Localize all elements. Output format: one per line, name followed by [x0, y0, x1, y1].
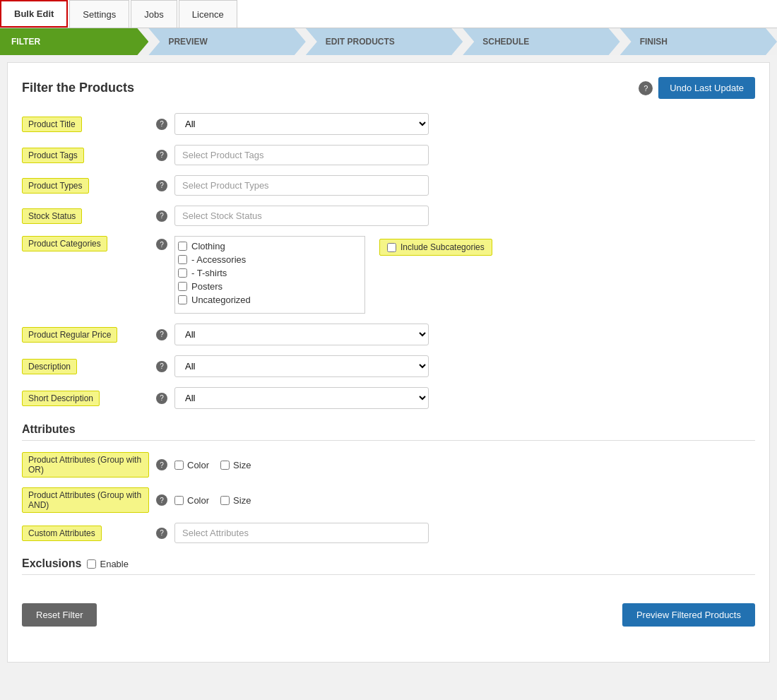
description-control: All Contains Does not contain: [174, 355, 429, 377]
top-tab-bar: Bulk Edit Settings Jobs Licence: [0, 0, 777, 28]
reset-filter-button[interactable]: Reset Filter: [22, 603, 97, 627]
product-attributes-and-control: Color Size: [174, 495, 429, 506]
description-info-icon[interactable]: ?: [156, 361, 167, 372]
product-tags-label: Product Tags: [22, 148, 149, 163]
page-title: Filter the Products: [22, 81, 134, 95]
short-description-info-icon[interactable]: ?: [156, 393, 167, 404]
tab-jobs[interactable]: Jobs: [131, 0, 177, 28]
list-item: Clothing: [178, 239, 362, 253]
exclusions-title: Exclusions: [22, 557, 81, 570]
description-label: Description: [22, 359, 149, 374]
product-tags-input[interactable]: [174, 145, 429, 165]
product-attributes-or-label: Product Attributes (Group with OR): [22, 452, 149, 477]
product-tags-row: Product Tags ?: [22, 145, 755, 165]
product-tags-info-icon[interactable]: ?: [156, 150, 167, 161]
product-types-input[interactable]: [174, 175, 429, 196]
attributes-and-checkbox-group: Color Size: [174, 495, 429, 506]
description-row: Description ? All Contains Does not cont…: [22, 355, 755, 377]
exclusions-row: Exclusions Enable: [22, 557, 755, 570]
product-title-info-icon[interactable]: ?: [156, 119, 167, 130]
custom-attributes-label: Custom Attributes: [22, 526, 149, 541]
custom-attributes-row: Custom Attributes ?: [22, 523, 755, 543]
progress-bar: FILTER PREVIEW EDIT PRODUCTS SCHEDULE FI…: [0, 28, 777, 55]
product-regular-price-info-icon[interactable]: ?: [156, 329, 167, 340]
custom-attributes-input[interactable]: [174, 523, 429, 543]
step-finish: FINISH: [620, 28, 777, 55]
product-regular-price-control: All Greater than Less than Equal to: [174, 324, 429, 345]
attributes-and-size-checkbox[interactable]: [220, 496, 230, 505]
short-description-row: Short Description ? All Contains Does no…: [22, 387, 755, 409]
list-item: Posters: [178, 280, 362, 293]
product-title-control: All Contains Does not contain: [174, 113, 429, 135]
tab-licence[interactable]: Licence: [179, 0, 237, 28]
attributes-or-color-item[interactable]: Color: [174, 460, 209, 470]
attributes-or-color-checkbox[interactable]: [174, 461, 184, 470]
product-types-row: Product Types ?: [22, 175, 755, 196]
product-types-info-icon[interactable]: ?: [156, 180, 167, 191]
attributes-and-color-item[interactable]: Color: [174, 495, 209, 506]
category-checkbox-posters[interactable]: [178, 282, 187, 291]
product-attributes-or-info-icon[interactable]: ?: [156, 459, 167, 470]
attributes-or-checkbox-group: Color Size: [174, 460, 429, 470]
step-filter: FILTER: [0, 28, 148, 55]
category-checkbox-tshirts[interactable]: [178, 268, 187, 278]
product-attributes-or-control: Color Size: [174, 460, 429, 470]
attributes-or-size-checkbox[interactable]: [220, 461, 230, 470]
product-regular-price-row: Product Regular Price ? All Greater than…: [22, 324, 755, 345]
category-checkbox-accessories[interactable]: [178, 255, 187, 264]
attributes-section-title: Attributes: [22, 423, 755, 436]
product-categories-info-icon[interactable]: ?: [156, 239, 167, 250]
category-checkbox-clothing[interactable]: [178, 242, 187, 251]
custom-attributes-info-icon[interactable]: ?: [156, 528, 167, 539]
list-item: - T-shirts: [178, 266, 362, 280]
product-title-label: Product Title: [22, 117, 149, 132]
attributes-divider: [22, 440, 755, 441]
main-content: Filter the Products ? Undo Last Update P…: [7, 62, 770, 663]
product-attributes-and-row: Product Attributes (Group with AND) ? Co…: [22, 487, 755, 513]
header-right: ? Undo Last Update: [639, 77, 755, 99]
exclusions-divider: [22, 574, 755, 575]
attributes-and-color-checkbox[interactable]: [174, 496, 184, 505]
exclusions-enable-checkbox[interactable]: [87, 559, 96, 569]
product-attributes-and-label: Product Attributes (Group with AND): [22, 487, 149, 513]
category-listbox[interactable]: Clothing - Accessories - T-shirts Poster…: [174, 236, 365, 314]
product-regular-price-label: Product Regular Price: [22, 327, 149, 343]
product-title-row: Product Title ? All Contains Does not co…: [22, 113, 755, 135]
product-title-select[interactable]: All Contains Does not contain: [174, 113, 429, 135]
tab-bulk-edit[interactable]: Bulk Edit: [0, 0, 68, 28]
short-description-select[interactable]: All Contains Does not contain: [174, 387, 429, 409]
product-attributes-or-row: Product Attributes (Group with OR) ? Col…: [22, 452, 755, 477]
step-schedule: SCHEDULE: [463, 28, 619, 55]
attributes-or-size-item[interactable]: Size: [220, 460, 251, 470]
stock-status-label: Stock Status: [22, 208, 149, 224]
step-preview: PREVIEW: [148, 28, 305, 55]
short-description-label: Short Description: [22, 391, 149, 406]
short-description-control: All Contains Does not contain: [174, 387, 429, 409]
stock-status-input[interactable]: [174, 206, 429, 226]
custom-attributes-control: [174, 523, 429, 543]
footer-buttons: Reset Filter Preview Filtered Products: [22, 596, 755, 627]
attributes-and-size-item[interactable]: Size: [220, 495, 251, 506]
tab-settings[interactable]: Settings: [69, 0, 129, 28]
product-categories-label: Product Categories: [22, 236, 149, 251]
product-regular-price-select[interactable]: All Greater than Less than Equal to: [174, 324, 429, 345]
page-header: Filter the Products ? Undo Last Update: [22, 77, 755, 99]
preview-filtered-products-button[interactable]: Preview Filtered Products: [622, 603, 755, 627]
help-icon[interactable]: ?: [639, 81, 653, 95]
list-item: Uncategorized: [178, 293, 362, 307]
product-types-control: [174, 175, 429, 196]
step-edit-products: EDIT PRODUCTS: [306, 28, 463, 55]
product-attributes-and-info-icon[interactable]: ?: [156, 494, 167, 506]
include-subcategories-label[interactable]: Include Subcategories: [379, 239, 492, 256]
stock-status-info-icon[interactable]: ?: [156, 210, 167, 222]
include-subcategories-checkbox[interactable]: [387, 243, 396, 252]
product-categories-row: Product Categories ? Clothing - Accessor…: [22, 236, 755, 314]
description-select[interactable]: All Contains Does not contain: [174, 355, 429, 377]
category-checkbox-uncategorized[interactable]: [178, 295, 187, 304]
list-item: - Accessories: [178, 253, 362, 266]
product-types-label: Product Types: [22, 178, 149, 194]
undo-last-update-button[interactable]: Undo Last Update: [658, 77, 755, 99]
exclusions-enable-label[interactable]: Enable: [87, 559, 128, 569]
stock-status-control: [174, 206, 429, 226]
product-tags-control: [174, 145, 429, 165]
